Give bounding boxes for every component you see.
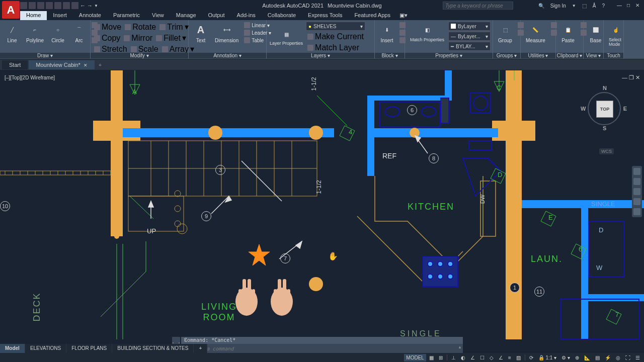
tab-overflow-icon[interactable]: ▣▾ (396, 11, 411, 20)
tab-addins[interactable]: Add-ins (231, 11, 262, 20)
vp-restore-button[interactable]: ❐ (629, 74, 634, 81)
color-dropdown[interactable]: ByLayer▾ (448, 22, 491, 31)
status-osnap-icon[interactable]: ☐ (478, 354, 487, 361)
app-logo[interactable]: A (2, 1, 20, 19)
viewcube-west[interactable]: W (581, 106, 586, 112)
layout-tab-sections[interactable]: BUILDING SECTION & NOTES (112, 344, 194, 353)
viewcube-south[interactable]: S (603, 125, 606, 131)
status-isolate-icon[interactable]: ◎ (614, 354, 622, 361)
status-annomonitor-icon[interactable]: ⊕ (573, 354, 581, 361)
text-button[interactable]: AText (191, 22, 211, 44)
status-3dosnap-icon[interactable]: ◇ (488, 354, 496, 361)
tab-express[interactable]: Express Tools (302, 11, 348, 20)
nav-zoom-icon[interactable] (633, 188, 640, 195)
vp-close-button[interactable]: ✕ (635, 74, 640, 81)
status-ortho-icon[interactable]: ⊥ (449, 354, 458, 361)
viewcube-north[interactable]: N (603, 85, 607, 91)
mirror-button[interactable]: Mirror (122, 33, 154, 43)
status-units-icon[interactable]: 📐 (582, 354, 592, 361)
layers-panel-label[interactable]: Layers ▾ (267, 53, 374, 58)
close-doc-icon[interactable]: ✕ (84, 63, 88, 68)
match-properties-button[interactable]: ◧Match Properties (407, 22, 447, 43)
circle-button[interactable]: ○Circle (48, 22, 68, 44)
wcs-label[interactable]: WCS (599, 148, 614, 154)
qat-dropdown-icon[interactable]: ▼ (94, 4, 98, 8)
status-polar-icon[interactable]: ◐ (459, 354, 467, 361)
polyline-button[interactable]: ⌐Polyline (23, 22, 47, 44)
block-panel-label[interactable]: Block ▾ (375, 53, 405, 58)
status-customize-icon[interactable]: ☰ (633, 354, 642, 361)
dimension-button[interactable]: ⟷Dimension (212, 22, 242, 44)
line-button[interactable]: ╱Line (2, 22, 22, 44)
layer-dropdown[interactable]: ●SHELVES▾ (306, 22, 365, 31)
qat-undo-arrow[interactable]: ← (80, 3, 86, 9)
layout-tab-floorplans[interactable]: FLOOR PLANS (66, 344, 112, 353)
doc-tab-active[interactable]: Mountview Cabin*✕ (29, 60, 95, 69)
tab-manage[interactable]: Manage (170, 11, 202, 20)
linetype-dropdown[interactable]: —ByLayer...▾ (448, 32, 491, 41)
trim-button[interactable]: Trim ▾ (158, 22, 190, 32)
status-model-button[interactable]: MODEL (404, 354, 426, 361)
layout-tab-elevations[interactable]: ELEVATIONS (25, 344, 66, 353)
tab-annotate[interactable]: Annotate (73, 11, 107, 20)
add-tab-button[interactable]: + (96, 62, 105, 68)
rotate-button[interactable]: Rotate (123, 22, 157, 32)
close-button[interactable]: ✕ (634, 3, 641, 9)
tab-output[interactable]: Output (202, 11, 231, 20)
fillet-button[interactable]: Fillet ▾ (154, 33, 188, 43)
vp-minimize-button[interactable]: — (622, 74, 627, 81)
nav-orbit-icon[interactable] (633, 198, 640, 205)
move-button[interactable]: Move (93, 22, 123, 32)
match-layer-button[interactable]: Match Layer (306, 43, 361, 53)
status-hardware-icon[interactable]: ⚡ (603, 354, 613, 361)
select-mode-button[interactable]: ☝Select Mode (606, 22, 626, 48)
arc-button[interactable]: ⌒Arc (69, 22, 89, 44)
status-cycling-icon[interactable]: ⟳ (527, 354, 535, 361)
status-iso-icon[interactable]: ∠ (468, 354, 477, 361)
status-workspace-icon[interactable]: ⚙ ▾ (559, 354, 572, 361)
tab-featured[interactable]: Featured Apps (348, 11, 396, 20)
signin-dropdown-icon[interactable]: ▼ (572, 4, 576, 8)
modify-panel-label[interactable]: Modify ▾ (91, 53, 188, 58)
copy-button[interactable]: Copy (93, 33, 122, 43)
cmd-scroll-up-icon[interactable]: ▲ (458, 345, 462, 349)
status-annoscale-button[interactable]: 🔒 1:1 ▾ (536, 354, 558, 361)
viewcube-face[interactable]: TOP (596, 101, 613, 118)
status-lwt-icon[interactable]: ≡ (506, 354, 513, 361)
status-snap-icon[interactable]: ⊞ (437, 354, 445, 361)
insert-button[interactable]: ⬇Insert (377, 22, 397, 44)
help-icon[interactable]: ? (602, 3, 605, 9)
viewport-label[interactable]: [–][Top][2D Wireframe] (3, 74, 56, 81)
layer-properties-button[interactable]: ▦Layer Properties (269, 29, 304, 46)
nav-showmotion-icon[interactable] (633, 208, 640, 215)
draw-panel-label[interactable]: Draw ▾ (0, 53, 90, 58)
app-store-icon[interactable]: Å (593, 3, 596, 9)
nav-wheel-icon[interactable] (633, 168, 640, 175)
viewcube-east[interactable]: E (623, 106, 627, 112)
search-input[interactable] (443, 2, 513, 10)
qat-redo-icon[interactable] (71, 2, 78, 9)
signin-button[interactable]: Sign In (550, 3, 566, 9)
make-current-button[interactable]: Make Current (306, 32, 365, 42)
annotation-panel-label[interactable]: Annotation ▾ (189, 53, 266, 58)
tab-parametric[interactable]: Parametric (107, 11, 146, 20)
viewcube[interactable]: TOP N S E W (579, 83, 629, 133)
status-quickprops-icon[interactable]: ▤ (593, 354, 602, 361)
view-panel-label[interactable]: View ▾ (584, 53, 603, 58)
status-grid-icon[interactable]: ▦ (427, 354, 436, 361)
cmd-close-button[interactable]: ✕ (181, 337, 189, 344)
status-cleanscreen-icon[interactable]: ⛶ (623, 354, 632, 361)
lineweight-dropdown[interactable]: ━BYLAY...▾ (448, 42, 491, 51)
status-transparency-icon[interactable]: ▨ (514, 354, 523, 361)
qat-plot-icon[interactable] (54, 2, 61, 9)
qat-saveas-icon[interactable] (46, 2, 53, 9)
qat-new-icon[interactable] (20, 2, 27, 9)
qat-save-icon[interactable] (37, 2, 44, 9)
qat-undo-icon[interactable] (63, 2, 70, 9)
layout-tab-model[interactable]: Model (0, 344, 25, 353)
utilities-panel-label[interactable]: Utilities ▾ (521, 53, 555, 58)
tab-insert[interactable]: Insert (47, 11, 73, 20)
command-input[interactable] (191, 346, 461, 351)
doc-tab-start[interactable]: Start (2, 60, 28, 69)
nav-pan-icon[interactable] (633, 178, 640, 185)
